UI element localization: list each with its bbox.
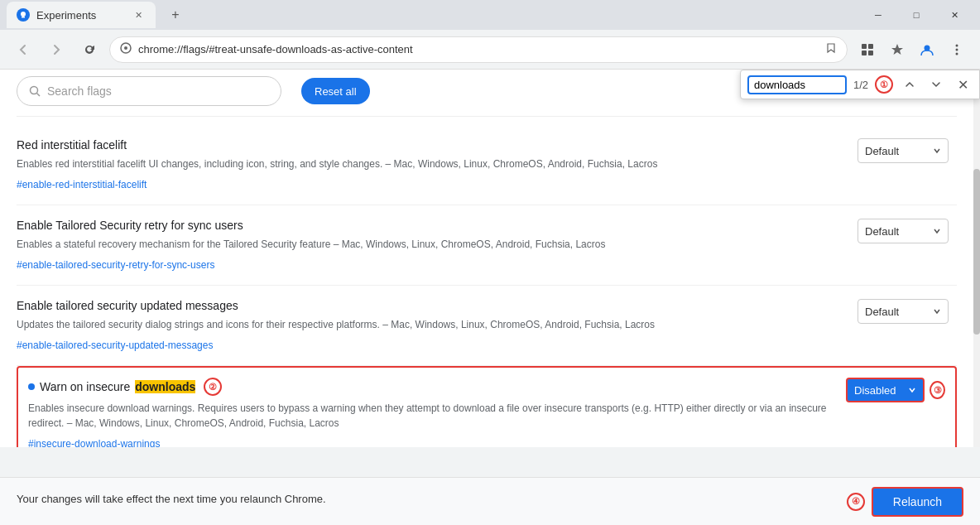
find-close-button[interactable]: ✕ xyxy=(953,75,973,94)
tab-close-btn[interactable]: ✕ xyxy=(131,7,146,22)
flags-scroll[interactable]: Search flags Reset all Red interstitial … xyxy=(0,70,973,447)
flag-name-prefix: Warn on insecure xyxy=(40,380,130,393)
menu-button[interactable] xyxy=(944,36,970,63)
annotation-4: ④ xyxy=(847,493,865,511)
address-bar[interactable]: chrome://flags/#treat-unsafe-downloads-a… xyxy=(109,36,848,63)
flag-link-3[interactable]: #enable-tailored-security-updated-messag… xyxy=(17,340,213,351)
svg-point-9 xyxy=(956,44,958,46)
flag-link-4[interactable]: #insecure-download-warnings xyxy=(28,438,160,447)
flag-item-3: Enable tailored security updated message… xyxy=(17,286,957,366)
svg-rect-4 xyxy=(862,44,867,49)
new-tab-button[interactable]: + xyxy=(164,3,187,26)
flag-select-1[interactable]: Default xyxy=(858,138,949,163)
bookmark-icon[interactable] xyxy=(825,42,837,56)
flag-info-4: Warn on insecure downloads ② Enables ins… xyxy=(28,378,829,447)
forward-button[interactable] xyxy=(43,36,70,63)
refresh-button[interactable] xyxy=(76,36,103,63)
find-bar: 1/2 ① ✕ xyxy=(740,70,980,99)
search-placeholder: Search flags xyxy=(47,84,112,98)
svg-line-13 xyxy=(37,94,41,97)
find-next-button[interactable] xyxy=(926,75,946,94)
svg-point-11 xyxy=(956,52,958,55)
bookmark-star-button[interactable] xyxy=(884,36,910,63)
relaunch-button[interactable]: Relaunch xyxy=(872,487,963,517)
flag-desc-3: Updates the tailored security dialog str… xyxy=(17,317,841,332)
flag-link-2[interactable]: #enable-tailored-security-retry-for-sync… xyxy=(17,259,214,271)
profile-button[interactable] xyxy=(914,36,940,63)
flag-desc-2: Enables a stateful recovery mechanism fo… xyxy=(17,237,841,252)
annotation-3: ③ xyxy=(930,381,945,399)
flag-name-1: Red interstitial facelift xyxy=(17,138,841,152)
maximize-button[interactable]: □ xyxy=(897,0,935,30)
reset-all-button[interactable]: Reset all xyxy=(301,78,370,104)
flag-name-3: Enable tailored security updated message… xyxy=(17,299,841,312)
flag-name-4: Warn on insecure downloads ② xyxy=(28,378,829,396)
find-input[interactable] xyxy=(747,75,847,94)
svg-point-0 xyxy=(21,12,26,17)
flag-control-3: Default xyxy=(858,299,957,324)
flag-desc-1: Enables red interstitial facelift UI cha… xyxy=(17,157,841,171)
flag-select-2[interactable]: Default xyxy=(858,219,949,243)
flag-control-2: Default xyxy=(858,219,957,243)
back-button[interactable] xyxy=(10,36,36,63)
flag-name-highlight: downloads xyxy=(135,380,195,393)
flag-item-2: Enable Tailored Security retry for sync … xyxy=(17,205,957,286)
flag-select-4[interactable]: Disabled xyxy=(846,378,925,402)
bottom-bar: Your changes will take effect the next t… xyxy=(0,477,980,525)
browser-tab[interactable]: Experiments ✕ xyxy=(7,2,156,28)
toolbar-right xyxy=(854,36,970,63)
active-indicator xyxy=(28,383,35,390)
flags-list: Red interstitial facelift Enables red in… xyxy=(17,117,957,447)
scrollbar[interactable] xyxy=(973,70,980,447)
svg-point-3 xyxy=(124,46,127,50)
svg-rect-1 xyxy=(22,17,25,18)
address-bar-row: chrome://flags/#treat-unsafe-downloads-a… xyxy=(0,30,980,70)
flag-name-2: Enable Tailored Security retry for sync … xyxy=(17,219,841,232)
window-controls: ─ □ ✕ xyxy=(859,0,973,30)
flag-select-3[interactable]: Default xyxy=(858,299,949,324)
find-prev-button[interactable] xyxy=(900,75,920,94)
flag-control-1: Default xyxy=(858,138,957,163)
flag-info-3: Enable tailored security updated message… xyxy=(17,299,841,352)
site-security-icon xyxy=(120,42,132,56)
url-text: chrome://flags/#treat-unsafe-downloads-a… xyxy=(138,43,819,55)
annotation-2: ② xyxy=(204,378,222,396)
tab-favicon xyxy=(17,8,30,22)
tab-title: Experiments xyxy=(36,9,124,22)
minimize-button[interactable]: ─ xyxy=(859,0,897,30)
flag-link-1[interactable]: #enable-red-interstitial-facelift xyxy=(17,179,147,190)
relaunch-message: Your changes will take effect the next t… xyxy=(17,491,326,508)
search-box[interactable]: Search flags xyxy=(17,76,281,106)
svg-rect-7 xyxy=(868,51,873,55)
svg-rect-5 xyxy=(868,44,873,49)
close-button[interactable]: ✕ xyxy=(935,0,973,30)
flag-desc-4: Enables insecure download warnings. Requ… xyxy=(28,401,829,431)
main-content: 1/2 ① ✕ Search flags Reset all Red inter… xyxy=(0,70,980,447)
extensions-button[interactable] xyxy=(854,36,881,63)
find-count: 1/2 xyxy=(853,79,868,91)
scrollbar-thumb[interactable] xyxy=(973,169,980,335)
flag-info-1: Red interstitial facelift Enables red in… xyxy=(17,138,841,191)
flag-item-1: Red interstitial facelift Enables red in… xyxy=(17,125,957,205)
flag-info-2: Enable Tailored Security retry for sync … xyxy=(17,219,841,272)
flag-control-4: Disabled ③ xyxy=(846,378,945,402)
annotation-1: ① xyxy=(875,75,893,94)
svg-point-12 xyxy=(31,87,38,94)
flag-item-4: Warn on insecure downloads ② Enables ins… xyxy=(17,366,957,447)
svg-point-10 xyxy=(956,48,958,51)
title-bar: Experiments ✕ + ─ □ ✕ xyxy=(0,0,980,30)
svg-rect-6 xyxy=(862,51,867,55)
